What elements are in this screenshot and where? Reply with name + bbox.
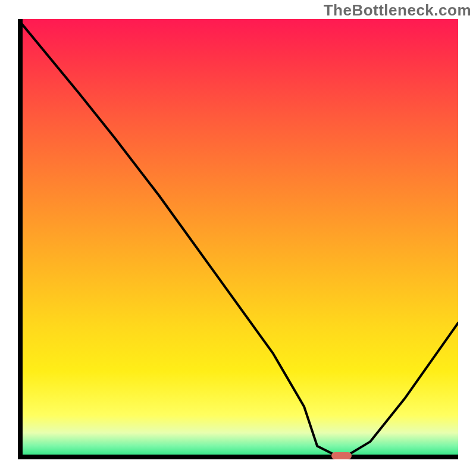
bottleneck-line: [18, 19, 458, 459]
y-axis: [18, 19, 23, 459]
chart-frame: TheBottleneck.com: [0, 0, 476, 476]
watermark-text: TheBottleneck.com: [324, 1, 471, 20]
curve-path: [18, 19, 458, 455]
x-axis: [18, 455, 458, 459]
optimal-marker: [331, 452, 351, 459]
